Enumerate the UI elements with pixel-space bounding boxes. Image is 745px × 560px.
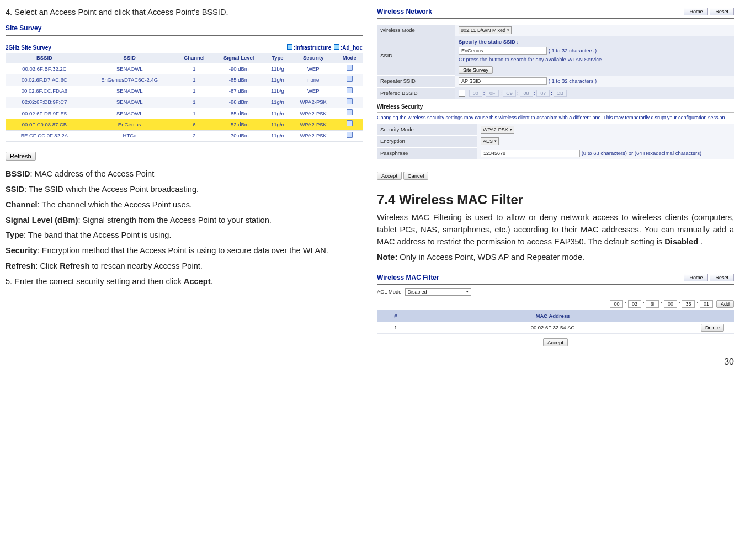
pass-input[interactable]: 12345678 bbox=[481, 150, 580, 157]
mode-icon bbox=[347, 87, 353, 93]
mode-icon bbox=[347, 76, 353, 82]
step-5-text: 5. Enter the correct security setting an… bbox=[6, 276, 363, 288]
infra-icon bbox=[287, 44, 292, 50]
repeater-label: Repeater SSID bbox=[377, 76, 455, 87]
survey-table: BSSIDSSIDChannelSignal LevelTypeSecurity… bbox=[6, 53, 363, 142]
mf-accept-button[interactable]: Accept bbox=[543, 338, 568, 346]
mac-seg-input[interactable]: 02 bbox=[628, 300, 641, 308]
acl-label: ACL Mode bbox=[377, 288, 402, 296]
chevron-down-icon: ▾ bbox=[510, 127, 512, 132]
mf-title: Wireless MAC Filter bbox=[377, 273, 682, 282]
delete-button[interactable]: Delete bbox=[701, 324, 724, 332]
bssid-label: Prefered BSSID bbox=[377, 87, 455, 99]
site-survey-panel: Site Survey 2GHz Site Survey :Infrastruc… bbox=[6, 22, 363, 161]
wireless-network-panel: Wireless Network Home Reset Wireless Mod… bbox=[377, 6, 734, 180]
bssid-seg-input[interactable]: 87 bbox=[536, 90, 550, 97]
table-row[interactable]: 00:02:6F:BF:32:2CSENAOWL1-90 dBm11b/gWEP bbox=[6, 63, 363, 74]
acl-select[interactable]: Disabled▾ bbox=[405, 288, 471, 296]
table-row[interactable]: 02:02:6F:DB:9F:C7SENAOWL1-86 dBm11g/nWPA… bbox=[6, 97, 363, 108]
bssid-seg-input[interactable]: CB bbox=[554, 90, 567, 97]
mac-seg-input[interactable]: 6f bbox=[646, 300, 659, 308]
pass-label: Passphrase bbox=[377, 147, 477, 159]
site-survey-title: Site Survey bbox=[6, 22, 363, 36]
mac-list-table: #MAC Address 1 00:02:6F:32:54:AC Delete bbox=[377, 310, 734, 334]
cancel-button[interactable]: Cancel bbox=[403, 172, 429, 180]
home-button[interactable]: Home bbox=[684, 8, 708, 15]
table-row[interactable]: 00:02:6F:CC:FD:A6SENAOWL1-87 dBm11b/gWEP bbox=[6, 86, 363, 97]
enc-label: Encryption bbox=[377, 136, 477, 147]
mac-seg-input[interactable]: 35 bbox=[682, 300, 695, 308]
mac-seg-input[interactable]: 00 bbox=[610, 300, 623, 308]
enc-select[interactable]: AES▾ bbox=[481, 137, 499, 145]
table-row: 1 00:02:6F:32:54:AC Delete bbox=[377, 322, 734, 334]
survey-legend: :Infrastructure :Ad_hoc bbox=[286, 44, 363, 52]
mac-seg-input[interactable]: 00 bbox=[664, 300, 677, 308]
secmode-select[interactable]: WPA2-PSK▾ bbox=[481, 126, 514, 134]
mode-icon bbox=[347, 65, 353, 71]
table-row[interactable]: 00:02:6F:D7:AC:6CEnGeniusD7AC6C-2.4G1-85… bbox=[6, 74, 363, 86]
accept-button[interactable]: Accept bbox=[377, 172, 402, 180]
table-row[interactable]: 00:02:6F:DB:9F:E5SENAOWL1-85 dBm11g/nWPA… bbox=[6, 108, 363, 119]
table-row[interactable]: BE:CF:CC:0F:82:2AHTCc2-70 dBm11g/nWPA2-P… bbox=[6, 130, 363, 141]
section-7-4-heading: 7.4 Wireless MAC Filter bbox=[377, 190, 734, 210]
band-label: 2GHz Site Survey bbox=[6, 44, 51, 52]
bssid-seg-input[interactable]: C9 bbox=[503, 90, 516, 97]
page-number: 30 bbox=[6, 355, 734, 369]
ssid-label: SSID bbox=[377, 36, 455, 76]
def-ssid: SSID: The SSID which the Access Point br… bbox=[6, 184, 363, 196]
mac-filter-paragraph: Wireless MAC Filtering is used to allow … bbox=[377, 212, 734, 248]
bssid-seg-input[interactable]: 00 bbox=[469, 90, 482, 97]
def-refresh: Refresh: Click Refresh to rescan nearby … bbox=[6, 260, 363, 273]
chevron-down-icon: ▾ bbox=[466, 290, 469, 294]
mode-icon bbox=[347, 98, 353, 104]
def-channel: Channel: The channel which the Access Po… bbox=[6, 199, 363, 211]
mf-reset-button[interactable]: Reset bbox=[710, 274, 734, 281]
mac-filter-note: Note: Only in Access Point, WDS AP and R… bbox=[377, 252, 734, 264]
def-type: Type: The band that the Access Point is … bbox=[6, 230, 363, 242]
wn-title: Wireless Network bbox=[377, 7, 682, 17]
site-survey-button[interactable]: Site Survey bbox=[459, 66, 493, 74]
table-row[interactable]: 00:0F:C9:08:87:CBEnGenius6-52 dBm11g/nWP… bbox=[6, 119, 363, 130]
wireless-security-title: Wireless Security bbox=[377, 99, 734, 113]
bssid-seg-input[interactable]: 0F bbox=[486, 90, 499, 97]
adhoc-icon bbox=[334, 44, 339, 50]
add-button[interactable]: Add bbox=[716, 300, 734, 308]
mode-select[interactable]: 802.11 B/G/N Mixed▾ bbox=[459, 26, 512, 34]
chevron-down-icon: ▾ bbox=[494, 139, 497, 143]
ssid-input[interactable]: EnGenius bbox=[459, 47, 547, 55]
mode-icon bbox=[347, 120, 353, 126]
def-bssid: BSSID: MAC address of the Access Point bbox=[6, 168, 363, 180]
mode-icon bbox=[347, 109, 353, 115]
chevron-down-icon: ▾ bbox=[507, 28, 509, 33]
refresh-button[interactable]: Refresh bbox=[6, 152, 36, 161]
mf-home-button[interactable]: Home bbox=[684, 274, 708, 281]
mode-label: Wireless Mode bbox=[377, 25, 455, 36]
secmode-label: Security Mode bbox=[377, 124, 477, 136]
repeater-input[interactable]: AP SSID bbox=[459, 77, 547, 85]
security-warning: Changing the wireless security settings … bbox=[377, 113, 734, 124]
bssid-seg-input[interactable]: 08 bbox=[520, 90, 533, 97]
def-security: Security: Encryption method that the Acc… bbox=[6, 245, 363, 257]
mac-seg-input[interactable]: 01 bbox=[700, 300, 713, 308]
mode-icon bbox=[347, 132, 353, 138]
step-4-text: 4. Select an Access Point and click that… bbox=[6, 7, 363, 19]
mac-filter-panel: Wireless MAC Filter Home Reset ACL Mode … bbox=[377, 271, 734, 347]
reset-button[interactable]: Reset bbox=[710, 8, 734, 15]
def-signal: Signal Level (dBm): Signal strength from… bbox=[6, 215, 363, 227]
bssid-checkbox[interactable] bbox=[459, 90, 465, 97]
